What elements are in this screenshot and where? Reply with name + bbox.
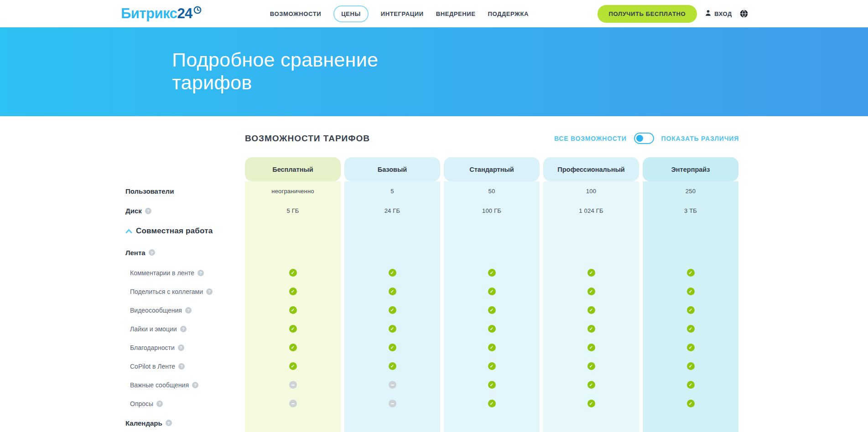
feature-check-icon: ✓ bbox=[389, 325, 396, 333]
plan-icon-cell bbox=[245, 381, 341, 389]
feature-check-icon: ✓ bbox=[488, 288, 496, 295]
plan-icon-cell: ✓ bbox=[643, 288, 738, 295]
chevron-up-icon[interactable] bbox=[125, 229, 132, 234]
feature-dash-icon bbox=[389, 381, 396, 389]
feature-label: Пользователи bbox=[125, 187, 174, 195]
feature-check-icon: ✓ bbox=[587, 400, 595, 407]
feature-label-cell: Пользователи bbox=[125, 187, 241, 195]
feature-row: Диск?5 ГБ24 ГБ100 ГБ1 024 ГБ3 ТБ bbox=[125, 201, 739, 221]
tariff-comparison: ВОЗМОЖНОСТИ ТАРИФОВ ВСЕ ВОЗМОЖНОСТИ ПОКА… bbox=[125, 116, 739, 432]
help-icon[interactable]: ? bbox=[178, 345, 184, 351]
feature-label-cell: Важные сообщения? bbox=[125, 381, 241, 389]
plan-icon-cell: ✓ bbox=[543, 306, 639, 314]
plan-icon-cell: ✓ bbox=[444, 362, 540, 370]
plan-icon-cell bbox=[245, 400, 341, 407]
plan-icon-cell bbox=[344, 381, 440, 389]
show-differences-label[interactable]: ПОКАЗАТЬ РАЗЛИЧИЯ bbox=[661, 135, 739, 142]
help-icon[interactable]: ? bbox=[156, 401, 163, 407]
help-icon[interactable]: ? bbox=[166, 420, 172, 426]
toggle-differences[interactable] bbox=[634, 133, 654, 144]
plan-value-cell: 100 bbox=[543, 188, 639, 195]
feature-row: CoPilot в Ленте?✓✓✓✓✓ bbox=[125, 357, 739, 375]
plan-icon-cell: ✓ bbox=[643, 306, 738, 314]
view-toggle-group: ВСЕ ВОЗМОЖНОСТИ ПОКАЗАТЬ РАЗЛИЧИЯ bbox=[554, 133, 739, 144]
plan-icon-cell: ✓ bbox=[543, 269, 639, 277]
feature-check-icon: ✓ bbox=[687, 381, 695, 389]
feature-row: Календарь? bbox=[125, 413, 739, 432]
help-icon[interactable]: ? bbox=[206, 288, 213, 295]
hero-banner: Подробное сравнение тарифов bbox=[0, 27, 868, 116]
feature-row: Поделиться с коллегами?✓✓✓✓✓ bbox=[125, 282, 739, 301]
feature-check-icon: ✓ bbox=[289, 288, 297, 295]
help-icon[interactable]: ? bbox=[178, 363, 185, 370]
help-icon[interactable]: ? bbox=[198, 270, 204, 276]
plan-icon-cell: ✓ bbox=[245, 288, 341, 295]
plan-value: 100 ГБ bbox=[482, 207, 501, 214]
nav-item-3[interactable]: ВНЕДРЕНИЕ bbox=[436, 10, 476, 17]
feature-check-icon: ✓ bbox=[687, 306, 695, 314]
all-features-label[interactable]: ВСЕ ВОЗМОЖНОСТИ bbox=[554, 135, 627, 142]
plan-value: 1 024 ГБ bbox=[579, 207, 603, 214]
feature-check-icon: ✓ bbox=[488, 325, 496, 333]
feature-dash-icon bbox=[289, 381, 297, 389]
bitrix24-logo[interactable]: Битрикс 24 bbox=[121, 5, 202, 22]
plan-value-cell: 5 ГБ bbox=[245, 207, 341, 214]
plan-icon-cell: ✓ bbox=[643, 400, 738, 407]
feature-label-cell: Опросы? bbox=[125, 400, 241, 407]
feature-row: Совместная работа bbox=[125, 221, 739, 242]
plan-icon-cell: ✓ bbox=[245, 362, 341, 370]
plan-icon-cell: ✓ bbox=[444, 344, 540, 351]
feature-label: Важные сообщения bbox=[130, 381, 189, 389]
feature-label-cell: Лайки и эмоции? bbox=[125, 325, 241, 333]
feature-label-cell[interactable]: Совместная работа bbox=[125, 226, 241, 236]
help-icon[interactable]: ? bbox=[180, 326, 187, 332]
feature-row: Комментарии в ленте?✓✓✓✓✓ bbox=[125, 263, 739, 282]
feature-check-icon: ✓ bbox=[587, 288, 595, 295]
plan-icon-cell: ✓ bbox=[245, 344, 341, 351]
plan-icon-cell: ✓ bbox=[643, 362, 738, 370]
login-button[interactable]: ВХОД bbox=[705, 10, 732, 18]
logo-text-part2: 24 bbox=[177, 5, 192, 22]
plan-icon-cell: ✓ bbox=[444, 288, 540, 295]
feature-label: Комментарии в ленте bbox=[130, 269, 194, 277]
comparison-title: ВОЗМОЖНОСТИ ТАРИФОВ bbox=[245, 134, 370, 144]
feature-label-cell: Благодарности? bbox=[125, 344, 241, 351]
language-globe-icon[interactable] bbox=[740, 10, 748, 18]
plan-icon-cell: ✓ bbox=[444, 306, 540, 314]
feature-check-icon: ✓ bbox=[687, 325, 695, 333]
feature-row: Благодарности?✓✓✓✓✓ bbox=[125, 338, 739, 357]
main-nav: ВОЗМОЖНОСТИЦЕНЫИНТЕГРАЦИИВНЕДРЕНИЕПОДДЕР… bbox=[270, 5, 529, 22]
feature-check-icon: ✓ bbox=[587, 344, 595, 351]
feature-row: Видеосообщения?✓✓✓✓✓ bbox=[125, 301, 739, 319]
feature-check-icon: ✓ bbox=[389, 288, 396, 295]
help-icon[interactable]: ? bbox=[192, 382, 198, 388]
feature-check-icon: ✓ bbox=[488, 362, 496, 370]
feature-check-icon: ✓ bbox=[389, 269, 396, 277]
plan-icon-cell: ✓ bbox=[444, 400, 540, 407]
feature-label: Диск bbox=[125, 207, 142, 215]
plan-icon-cell: ✓ bbox=[543, 381, 639, 389]
nav-item-2[interactable]: ИНТЕГРАЦИИ bbox=[381, 10, 424, 17]
plan-icon-cell: ✓ bbox=[643, 344, 738, 351]
page: Битрикс 24 ВОЗМОЖНОСТИЦЕНЫИНТЕГРАЦИИВНЕД… bbox=[0, 0, 868, 432]
help-icon[interactable]: ? bbox=[185, 307, 192, 314]
help-icon[interactable]: ? bbox=[149, 249, 155, 256]
feature-label-cell: Поделиться с коллегами? bbox=[125, 288, 241, 295]
feature-check-icon: ✓ bbox=[587, 269, 595, 277]
get-free-button[interactable]: ПОЛУЧИТЬ БЕСПЛАТНО bbox=[598, 5, 697, 23]
feature-check-icon: ✓ bbox=[587, 325, 595, 333]
nav-item-0[interactable]: ВОЗМОЖНОСТИ bbox=[270, 10, 321, 17]
help-icon[interactable]: ? bbox=[145, 208, 151, 214]
feature-check-icon: ✓ bbox=[488, 381, 496, 389]
feature-check-icon: ✓ bbox=[488, 269, 496, 277]
feature-check-icon: ✓ bbox=[389, 344, 396, 351]
feature-check-icon: ✓ bbox=[488, 400, 496, 407]
plan-value: 5 bbox=[390, 188, 394, 195]
nav-item-1[interactable]: ЦЕНЫ bbox=[333, 5, 369, 22]
nav-item-4[interactable]: ПОДДЕРЖКА bbox=[488, 10, 529, 17]
feature-label: Благодарности bbox=[130, 344, 175, 351]
plan-value-cell: 100 ГБ bbox=[444, 207, 540, 214]
feature-row: Лента? bbox=[125, 242, 739, 263]
plan-icon-cell: ✓ bbox=[543, 344, 639, 351]
comparison-header: ВОЗМОЖНОСТИ ТАРИФОВ ВСЕ ВОЗМОЖНОСТИ ПОКА… bbox=[245, 133, 739, 144]
